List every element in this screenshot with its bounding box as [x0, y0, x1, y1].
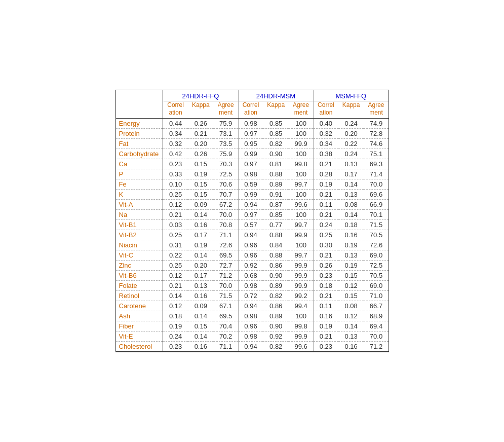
- data-cell: 0.57: [238, 219, 263, 230]
- table-row: Folate0.210.1370.00.980.8999.90.180.1269…: [116, 280, 389, 290]
- data-cell: 70.2: [214, 331, 239, 341]
- data-cell: 0.88: [263, 230, 289, 240]
- data-cell: 0.14: [338, 209, 364, 219]
- data-cell: 71.5: [214, 290, 239, 301]
- data-cell: 0.21: [314, 209, 338, 219]
- data-cell: 70.0: [364, 331, 388, 341]
- empty-header: [116, 90, 163, 118]
- data-cell: 69.0: [364, 280, 388, 290]
- data-cell: 0.32: [314, 128, 338, 138]
- row-label: Vit-E: [116, 331, 163, 341]
- data-cell: 0.97: [238, 159, 263, 169]
- data-cell: 0.98: [238, 118, 263, 128]
- data-cell: 0.25: [163, 260, 188, 270]
- table-row: P0.330.1972.50.980.881000.280.1771.4: [116, 169, 389, 179]
- table-row: Vit-A0.120.0967.20.940.8799.60.110.0866.…: [116, 199, 389, 209]
- data-cell: 0.91: [263, 189, 289, 199]
- data-cell: 74.6: [364, 138, 388, 149]
- row-label: Niacin: [116, 240, 163, 250]
- table-row: Carbohydrate0.420.2675.90.990.901000.380…: [116, 149, 389, 159]
- data-cell: 0.20: [188, 260, 214, 270]
- table-row: Vit-E0.240.1470.20.980.9299.90.210.1370.…: [116, 331, 389, 341]
- data-cell: 99.9: [289, 280, 314, 290]
- data-cell: 0.28: [314, 169, 338, 179]
- data-cell: 0.33: [163, 169, 188, 179]
- data-cell: 69.0: [364, 250, 388, 260]
- data-cell: 0.15: [188, 179, 214, 189]
- data-cell: 100: [289, 209, 314, 219]
- data-cell: 74.9: [364, 118, 388, 128]
- data-cell: 0.26: [188, 149, 214, 159]
- table-row: Fiber0.190.1570.40.960.9099.80.190.1469.…: [116, 321, 389, 331]
- data-cell: 0.21: [314, 331, 338, 341]
- data-cell: 71.1: [214, 341, 239, 351]
- data-cell: 0.94: [238, 341, 263, 351]
- data-cell: 0.14: [338, 179, 364, 189]
- data-cell: 71.2: [214, 270, 239, 280]
- sh2-correl2: ation: [238, 109, 263, 119]
- data-cell: 0.82: [263, 341, 289, 351]
- row-label: Ca: [116, 159, 163, 169]
- data-cell: 0.26: [188, 118, 214, 128]
- table-row: Cholesterol0.230.1671.10.940.8299.60.230…: [116, 341, 389, 351]
- data-cell: 69.4: [364, 321, 388, 331]
- data-cell: 0.13: [338, 159, 364, 169]
- data-cell: 0.03: [163, 219, 188, 230]
- data-cell: 0.12: [338, 280, 364, 290]
- data-cell: 0.18: [314, 280, 338, 290]
- sh1-kappa2: [188, 109, 214, 119]
- data-cell: 70.7: [214, 189, 239, 199]
- data-cell: 69.6: [364, 189, 388, 199]
- data-cell: 0.16: [188, 290, 214, 301]
- data-cell: 0.68: [238, 270, 263, 280]
- data-cell: 0.25: [163, 189, 188, 199]
- data-cell: 0.16: [188, 219, 214, 230]
- data-cell: 70.8: [214, 219, 239, 230]
- data-cell: 72.5: [364, 260, 388, 270]
- data-cell: 0.98: [238, 169, 263, 179]
- sh3-agree: Agree: [364, 101, 388, 109]
- data-cell: 0.81: [263, 159, 289, 169]
- data-cell: 0.25: [163, 230, 188, 240]
- data-cell: 69.5: [214, 250, 239, 260]
- data-cell: 0.99: [238, 189, 263, 199]
- data-cell: 0.86: [263, 301, 289, 311]
- data-cell: 71.0: [364, 290, 388, 301]
- data-cell: 67.1: [214, 301, 239, 311]
- row-label: K: [116, 189, 163, 199]
- row-label: Vit-B6: [116, 270, 163, 280]
- data-cell: 0.24: [338, 149, 364, 159]
- data-cell: 70.5: [364, 270, 388, 280]
- data-cell: 100: [289, 169, 314, 179]
- data-cell: 0.24: [163, 331, 188, 341]
- data-cell: 0.11: [314, 199, 338, 209]
- data-cell: 0.19: [338, 240, 364, 250]
- sh2-agree: Agree: [289, 101, 314, 109]
- data-cell: 72.8: [364, 128, 388, 138]
- data-cell: 99.9: [289, 260, 314, 270]
- data-cell: 0.17: [188, 230, 214, 240]
- data-cell: 0.19: [314, 321, 338, 331]
- table-row: K0.250.1570.70.990.911000.210.1369.6: [116, 189, 389, 199]
- data-cell: 0.13: [338, 250, 364, 260]
- data-cell: 73.1: [214, 128, 239, 138]
- table-row: Fat0.320.2073.50.950.8299.90.340.2274.6: [116, 138, 389, 149]
- row-label: Na: [116, 209, 163, 219]
- row-label: Energy: [116, 118, 163, 128]
- data-cell: 0.85: [263, 209, 289, 219]
- sh1-agree2: ment: [214, 109, 239, 119]
- data-cell: 66.9: [364, 199, 388, 209]
- data-cell: 0.30: [314, 240, 338, 250]
- data-cell: 0.21: [314, 250, 338, 260]
- data-cell: 0.90: [263, 149, 289, 159]
- data-cell: 0.18: [338, 219, 364, 230]
- data-cell: 0.96: [238, 321, 263, 331]
- data-cell: 75.9: [214, 118, 239, 128]
- data-cell: 0.89: [263, 280, 289, 290]
- sh2-kappa: Kappa: [263, 101, 289, 109]
- data-cell: 70.3: [214, 159, 239, 169]
- data-cell: 72.7: [214, 260, 239, 270]
- row-label: Fiber: [116, 321, 163, 331]
- table-row: Vit-B60.120.1771.20.680.9099.90.230.1570…: [116, 270, 389, 280]
- main-table-container: 24HDR-FFQ 24HDR-MSM MSM-FFQ Correl Kappa…: [115, 90, 389, 352]
